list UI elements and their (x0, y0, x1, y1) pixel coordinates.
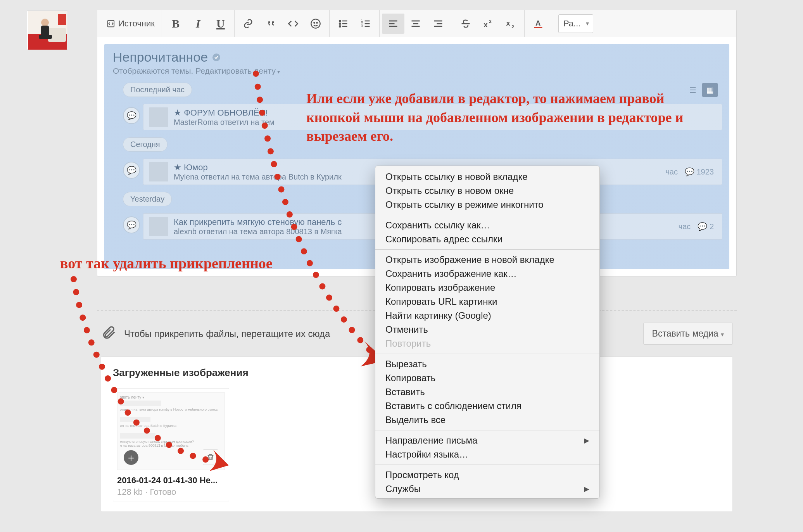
svg-point-15 (339, 26, 341, 27)
svg-rect-6 (39, 35, 52, 39)
code-button[interactable] (282, 14, 304, 34)
thumbnail-filename: 2016-01-24 01-41-30 Не... (117, 475, 225, 485)
cm-save-link-as[interactable]: Сохранить ссылку как… (375, 218, 599, 232)
text-color-button[interactable]: A (527, 14, 549, 34)
timeline-last-hour: Последний час (123, 83, 192, 97)
font-size-label: Ра... (563, 19, 581, 29)
cm-paste[interactable]: Вставить (375, 385, 599, 399)
svg-point-39 (212, 54, 220, 61)
cm-text-direction[interactable]: Направление письма▶ (375, 434, 599, 447)
editor-toolbar: Источник B I U (97, 10, 736, 37)
svg-point-4 (41, 19, 49, 26)
cm-select-all[interactable]: Выделить все (375, 413, 599, 427)
emoji-button[interactable] (304, 14, 327, 34)
cm-redo: Повторить (375, 337, 599, 351)
drag-files-label: Чтобы прикрепить файлы, перетащите их сю… (124, 328, 330, 339)
source-label: Источник (118, 19, 155, 29)
numbered-list-button[interactable]: 123 (354, 14, 377, 34)
avatar (27, 11, 67, 50)
cm-paste-style[interactable]: Вставить с соблюдением стиля (375, 399, 599, 413)
cm-copy-link-address[interactable]: Скопировать адрес ссылки (375, 232, 599, 246)
thumbnail-preview: овать ленту ▾ ответил на тема автора rum… (117, 392, 225, 470)
quote-button[interactable] (259, 14, 282, 34)
timeline-yesterday: Yesterday (123, 192, 172, 206)
svg-text:2: 2 (511, 24, 514, 29)
svg-text:3: 3 (361, 24, 363, 28)
cm-cut[interactable]: Вырезать (375, 357, 599, 371)
bullet-list-button[interactable] (332, 14, 354, 34)
cm-copy-image-url[interactable]: Копировать URL картинки (375, 295, 599, 309)
link-button[interactable] (237, 14, 259, 34)
svg-point-8 (311, 19, 320, 28)
forum-title: Непрочитанное (113, 50, 721, 65)
cm-services[interactable]: Службы▶ (375, 482, 599, 496)
underline-button[interactable]: U (209, 14, 232, 34)
insert-media-button[interactable]: Вставить медиа (643, 323, 733, 345)
cm-copy[interactable]: Копировать (375, 371, 599, 385)
cm-copy-image[interactable]: Копировать изображение (375, 281, 599, 295)
cm-open-new-tab[interactable]: Открыть ссылку в новой вкладке (375, 170, 599, 184)
cm-inspect[interactable]: Просмотреть код (375, 468, 599, 482)
paperclip-icon (101, 325, 116, 342)
subscript-button[interactable]: x2 (499, 14, 522, 34)
context-menu: Открыть ссылку в новой вкладке Открыть с… (375, 166, 600, 499)
svg-text:A: A (535, 19, 541, 27)
thumbnail-delete-button[interactable] (203, 449, 218, 465)
align-left-button[interactable] (382, 14, 404, 34)
cm-save-image-as[interactable]: Сохранить изображение как… (375, 267, 599, 281)
font-size-select[interactable]: Ра... (558, 14, 593, 33)
svg-rect-5 (41, 26, 49, 36)
timeline-today: Сегодня (123, 137, 168, 152)
cm-open-incognito[interactable]: Открыть ссылку в режиме инкогнито (375, 198, 599, 212)
svg-text:2: 2 (489, 18, 492, 23)
svg-rect-38 (534, 27, 542, 28)
bold-button[interactable]: B (164, 14, 187, 34)
thumbnail-insert-button[interactable]: ＋ (124, 450, 138, 465)
source-button[interactable]: Источник (102, 14, 159, 34)
superscript-button[interactable]: x2 (477, 14, 499, 34)
cm-undo[interactable]: Отменить (375, 323, 599, 337)
italic-button[interactable]: I (187, 14, 209, 34)
cm-open-new-window[interactable]: Открыть ссылку в новом окне (375, 184, 599, 198)
cm-open-image-tab[interactable]: Открыть изображение в новой вкладке (375, 253, 599, 267)
annotation-rightclick-hint: Или если уже добавили в редактор, то наж… (306, 89, 717, 146)
thumbnail-status: 128 kb · Готово (117, 487, 225, 497)
annotation-delete-hint: вот так удалить прикрепленное (60, 254, 273, 273)
svg-rect-3 (58, 14, 66, 25)
strikethrough-button[interactable] (454, 14, 477, 34)
cm-search-image-google[interactable]: Найти картинку (Google) (375, 309, 599, 323)
cm-language-settings[interactable]: Настройки языка… (375, 447, 599, 461)
align-right-button[interactable] (427, 14, 449, 34)
svg-point-9 (314, 22, 314, 23)
svg-text:x: x (506, 19, 510, 27)
svg-point-11 (339, 20, 341, 22)
forum-subtitle: Отображаются темы. Редактировать ленту (113, 66, 721, 76)
upload-thumbnail: овать ленту ▾ ответил на тема автора rum… (113, 388, 229, 501)
svg-point-13 (339, 23, 341, 24)
svg-text:x: x (484, 21, 488, 29)
align-center-button[interactable] (404, 14, 427, 34)
svg-point-10 (316, 22, 317, 23)
